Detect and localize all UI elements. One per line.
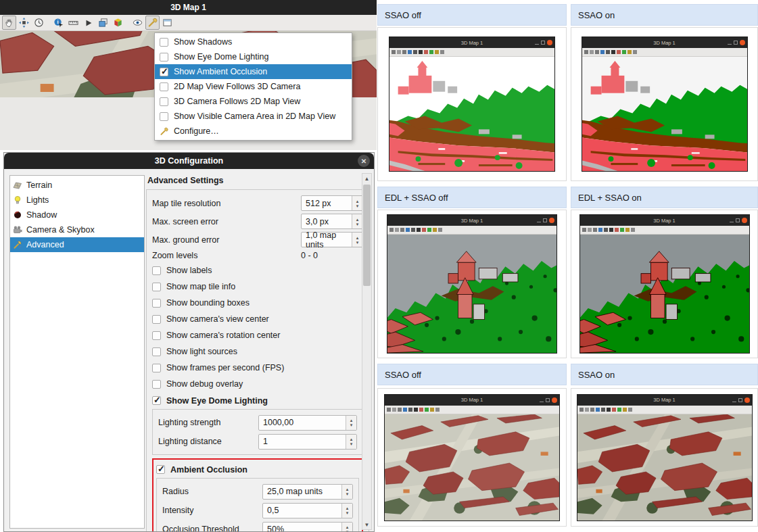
animation-button[interactable]: [32, 16, 46, 30]
menu-item-show-eye-dome-lighting[interactable]: Show Eye Dome Lighting: [155, 49, 352, 64]
minimize-icon: [540, 398, 544, 402]
occlusion-threshold-spinbox[interactable]: 50%: [262, 522, 353, 532]
field-label: Radius: [162, 487, 262, 496]
mini-map-window: 3D Map 1: [387, 214, 557, 354]
sidebar-item-advanced[interactable]: Advanced: [10, 237, 144, 252]
mini-toolbar-icons: [387, 226, 556, 235]
checkbox-label: Show camera's rotation center: [166, 331, 280, 340]
dialog-scrollbar[interactable]: [362, 173, 372, 530]
edl-group-checkbox[interactable]: Show Eye Dome Lighting: [152, 393, 363, 408]
checkbox-icon: [160, 97, 168, 106]
checkbox-show-bounding-boxes[interactable]: Show bounding boxes: [152, 295, 363, 311]
header-label: EDL + SSAO off: [385, 193, 448, 203]
checkbox-show-debug-overlay[interactable]: Show debug overlay: [152, 376, 363, 392]
play-animation-button[interactable]: [81, 16, 95, 30]
field-value: 0,5: [263, 504, 341, 518]
effects-eye-button[interactable]: [131, 16, 145, 30]
header-edl-ssao-on: EDL + SSAO on: [571, 187, 758, 208]
header-ssao-on-row3: SSAO on: [571, 364, 758, 385]
checkbox-show-fps[interactable]: Show frames per second (FPS): [152, 360, 363, 376]
minimize-icon: [537, 218, 541, 222]
sidebar-item-terrain[interactable]: Terrain: [10, 178, 144, 193]
options-wrench-button[interactable]: [145, 16, 160, 30]
occlusion-threshold-row: Occlusion Threshold 50%: [162, 520, 353, 532]
config-dialog-body: Terrain Lights Shadow Camera & Skybox Ad…: [4, 169, 374, 531]
intensity-spinbox[interactable]: 0,5: [262, 503, 353, 518]
spinner-arrows[interactable]: [352, 214, 362, 228]
menu-item-show-shadows[interactable]: Show Shadows: [155, 34, 352, 49]
sidebar-item-label: Terrain: [26, 180, 52, 190]
config-dialog: 3D Configuration ✕ Terrain Lights Shadow…: [3, 152, 375, 532]
lighting-distance-spinbox[interactable]: 1: [258, 434, 357, 450]
checkbox-show-camera-view-center[interactable]: Show camera's view center: [152, 311, 363, 327]
maximize-icon: [734, 41, 738, 45]
menu-item-label: Configure…: [174, 126, 219, 136]
advanced-settings-frame: Map tile resolution 512 px Max. screen e…: [146, 189, 369, 532]
shadow-sphere-icon: [13, 210, 22, 220]
render-ssao-off-aerial: [385, 414, 559, 521]
menu-item-configure[interactable]: Configure…: [155, 124, 352, 139]
menu-item-3d-follows-2d[interactable]: 3D Camera Follows 2D Map View: [155, 94, 352, 109]
max-screen-error-row: Max. screen error 3,0 px: [152, 212, 363, 231]
sidebar-item-label: Lights: [26, 195, 49, 205]
spinner-arrows[interactable]: [352, 233, 362, 247]
wrench-icon: [160, 127, 168, 136]
checkbox-icon: [160, 82, 168, 91]
radius-spinbox[interactable]: 25,0 map units: [262, 484, 353, 500]
scroll-up-icon[interactable]: [362, 174, 371, 183]
map-window-titlebar[interactable]: 3D Map 1: [0, 0, 377, 15]
checkbox-label: Show camera's view center: [166, 314, 269, 324]
close-icon: [740, 40, 745, 45]
mini-window-title: 3D Map 1: [653, 218, 676, 224]
menu-item-show-visible-camera-area[interactable]: Show Visible Camera Area in 2D Map View: [155, 109, 352, 124]
spinner-arrows[interactable]: [352, 196, 362, 210]
checkbox-show-camera-rotation-center[interactable]: Show camera's rotation center: [152, 327, 363, 343]
axis-cube-button[interactable]: [111, 16, 125, 30]
spinner-arrows[interactable]: [341, 504, 352, 518]
sidebar-item-shadow[interactable]: Shadow: [10, 208, 144, 222]
checkbox-show-labels[interactable]: Show labels: [152, 262, 363, 279]
field-label: Max. screen error: [152, 217, 301, 226]
measure-button[interactable]: [66, 16, 80, 30]
camera-control-button[interactable]: [17, 16, 31, 30]
ao-group-checkbox[interactable]: Ambient Occlusion: [156, 462, 359, 477]
sidebar-item-camera-skybox[interactable]: Camera & Skybox: [10, 222, 144, 237]
spinner-arrows[interactable]: [346, 435, 356, 449]
mini-window-controls: [537, 215, 554, 226]
menu-item-2d-follows-3d[interactable]: 2D Map View Follows 3D Camera: [155, 79, 352, 94]
config-dialog-titlebar[interactable]: 3D Configuration ✕: [4, 153, 374, 169]
checkbox-show-map-tile-info[interactable]: Show map tile info: [152, 279, 363, 295]
checkbox-checked-icon: [156, 465, 165, 474]
map-tile-resolution-spinbox[interactable]: 512 px: [301, 195, 363, 211]
mini-window-titlebar: 3D Map 1: [580, 215, 749, 226]
sidebar-item-lights[interactable]: Lights: [10, 193, 144, 208]
close-icon: [547, 40, 552, 45]
spinner-arrows[interactable]: [341, 485, 352, 499]
checkbox-show-light-sources[interactable]: Show light sources: [152, 343, 363, 360]
mini-toolbar-icons: [385, 406, 559, 414]
identify-button[interactable]: [51, 16, 66, 30]
scrollbar-thumb[interactable]: [363, 185, 371, 286]
checkbox-label: Show light sources: [166, 347, 237, 356]
menu-item-show-ambient-occlusion[interactable]: Show Ambient Occlusion: [155, 64, 352, 79]
field-value: 1,0 map units: [302, 233, 352, 247]
checkbox-label: Show labels: [166, 266, 212, 275]
mini-map-window: 3D Map 1: [579, 214, 750, 354]
dock-panel-button[interactable]: [160, 16, 174, 30]
checkbox-icon: [152, 299, 161, 308]
pan-tool-button[interactable]: [2, 16, 16, 30]
checkbox-checked-icon: [160, 68, 168, 76]
spinner-arrows[interactable]: [346, 416, 356, 430]
max-screen-error-spinbox[interactable]: 3,0 px: [301, 214, 363, 229]
max-ground-error-spinbox[interactable]: 1,0 map units: [301, 232, 363, 247]
export-scene-button[interactable]: [96, 16, 110, 30]
terrain-icon: [13, 180, 22, 190]
map-toolbar: [0, 15, 377, 31]
spinner-arrows[interactable]: [341, 523, 352, 532]
field-value: 50%: [263, 523, 341, 532]
scroll-down-icon[interactable]: [362, 520, 371, 529]
close-icon[interactable]: ✕: [358, 155, 370, 167]
lighting-strength-spinbox[interactable]: 1000,00: [258, 415, 357, 431]
image-cell-ssao-off-aerial: 3D Map 1: [377, 388, 567, 527]
header-label: SSAO on: [578, 370, 615, 380]
